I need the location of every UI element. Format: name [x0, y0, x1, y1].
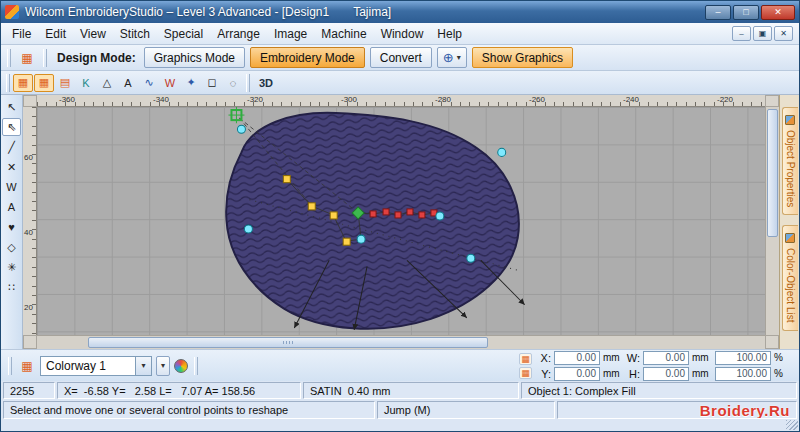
film-strip-icon[interactable]: ▤: [55, 74, 75, 92]
ruler-label: 60: [24, 153, 33, 162]
menu-special[interactable]: Special: [157, 25, 210, 43]
select-tool[interactable]: ↖: [2, 98, 21, 116]
stitch-edit-tool[interactable]: ╱: [2, 138, 21, 156]
letter-k-icon[interactable]: K: [76, 74, 96, 92]
toolbar-grip[interactable]: [7, 49, 11, 67]
stitches-icon[interactable]: ▦: [13, 74, 33, 92]
horizontal-scrollbar-thumb[interactable]: [88, 337, 488, 348]
toolbar-grip[interactable]: [246, 74, 250, 92]
ruler-corner: [23, 95, 37, 107]
lettering-tool[interactable]: W: [2, 178, 21, 196]
toolbar-grip[interactable]: [43, 49, 47, 67]
menu-file[interactable]: File: [5, 25, 38, 43]
toolbar-grip[interactable]: [8, 357, 12, 375]
stitch-info: SATIN 0.40 mm: [303, 382, 519, 399]
width-input[interactable]: 0.00: [643, 351, 689, 365]
design-canvas[interactable]: [37, 107, 765, 335]
menu-arrange[interactable]: Arrange: [210, 25, 267, 43]
stitch-grid-icon[interactable]: ▦: [18, 50, 36, 66]
ruler-label: -240: [623, 95, 639, 104]
scale-x-unit: %: [774, 352, 794, 363]
child-minimize-button[interactable]: –: [732, 26, 751, 41]
reshape-tool[interactable]: ⇖: [2, 118, 21, 136]
scrollbar-corner: [23, 335, 37, 349]
colorway-options-dropdown[interactable]: ▾: [156, 356, 170, 376]
colorway-value: Colorway 1: [46, 359, 106, 373]
embroidery-object[interactable]: [226, 113, 519, 329]
y-label: Y:: [537, 368, 551, 380]
h-unit: mm: [692, 368, 712, 379]
toolbar-grip[interactable]: [194, 357, 198, 375]
tab-color-object-list[interactable]: Color-Object List: [782, 225, 798, 330]
square-outline-icon[interactable]: ◻: [202, 74, 222, 92]
spark-icon[interactable]: ✦: [181, 74, 201, 92]
colorway-select[interactable]: Colorway 1 ▾: [40, 356, 152, 376]
title-bar[interactable]: Wilcom EmbroideryStudio – Level 3 Advanc…: [1, 1, 799, 23]
size-icon[interactable]: ▦: [519, 367, 532, 379]
y-input[interactable]: 0.00: [554, 367, 600, 381]
scrollbar-corner: [765, 335, 779, 349]
menu-edit[interactable]: Edit: [38, 25, 73, 43]
vertical-scrollbar[interactable]: [765, 107, 779, 335]
ruler-label: -260: [529, 95, 545, 104]
toolbar-grip[interactable]: [6, 74, 10, 92]
y-unit: mm: [603, 368, 623, 379]
child-close-button[interactable]: ✕: [774, 26, 793, 41]
horizontal-scrollbar[interactable]: [37, 335, 765, 349]
star-tool[interactable]: ✳: [2, 258, 21, 276]
ruler-label: 20: [24, 303, 33, 312]
maximize-button[interactable]: □: [733, 5, 759, 20]
menu-window[interactable]: Window: [374, 25, 431, 43]
chevron-down-icon[interactable]: ▾: [135, 357, 151, 375]
watermark: Broidery.Ru: [700, 402, 790, 419]
position-icon[interactable]: ▦: [519, 353, 532, 365]
vertical-scrollbar-thumb[interactable]: [767, 109, 778, 237]
letter-a-icon[interactable]: A: [118, 74, 138, 92]
embroidery-mode-button[interactable]: Embroidery Mode: [250, 47, 365, 68]
menu-machine[interactable]: Machine: [314, 25, 373, 43]
wave-icon[interactable]: ∿: [139, 74, 159, 92]
convert-button[interactable]: Convert: [370, 47, 432, 68]
app-icon: [5, 5, 19, 19]
close-button[interactable]: ✕: [761, 5, 795, 20]
circle-outline-icon[interactable]: ◌: [223, 74, 243, 92]
diamond-tool[interactable]: ◇: [2, 238, 21, 256]
patterns-icon[interactable]: ▦: [34, 74, 54, 92]
scale-x-input[interactable]: 100.00: [715, 351, 771, 365]
grid-points-tool[interactable]: ∷: [2, 278, 21, 296]
letter-w-icon[interactable]: W: [160, 74, 180, 92]
minimize-button[interactable]: –: [705, 5, 731, 20]
shape-tool[interactable]: ♥: [2, 218, 21, 236]
menu-stitch[interactable]: Stitch: [113, 25, 157, 43]
h-label: H:: [626, 368, 640, 380]
x-input[interactable]: 0.00: [554, 351, 600, 365]
knife-tool[interactable]: ✕: [2, 158, 21, 176]
graphics-mode-button[interactable]: Graphics Mode: [144, 47, 245, 68]
child-restore-button[interactable]: ▣: [753, 26, 772, 41]
color-wheel-icon[interactable]: [174, 359, 188, 373]
menu-image[interactable]: Image: [267, 25, 314, 43]
hoop-globe-button[interactable]: ⊕ ▾: [437, 47, 467, 68]
3d-view-button[interactable]: 3D: [253, 74, 279, 92]
menu-help[interactable]: Help: [430, 25, 469, 43]
watermark-segment: Broidery.Ru: [557, 401, 797, 419]
window-bottom-edge: [1, 420, 799, 431]
show-graphics-button[interactable]: Show Graphics: [472, 47, 573, 68]
pointer-info: X= -6.58 Y= 2.58 L= 7.07 A= 158.56: [57, 382, 301, 399]
tab-object-properties[interactable]: Object Properties: [782, 107, 798, 215]
height-input[interactable]: 0.00: [643, 367, 689, 381]
monogram-tool[interactable]: A: [2, 198, 21, 216]
menu-view[interactable]: View: [73, 25, 113, 43]
ruler-label: -220: [717, 95, 733, 104]
application-window: Wilcom EmbroideryStudio – Level 3 Advanc…: [0, 0, 800, 432]
tab-label: Object Properties: [785, 130, 796, 207]
triangle-icon[interactable]: △: [97, 74, 117, 92]
resize-grip[interactable]: [786, 420, 798, 430]
tool-palette: ↖ ⇖ ╱ ✕ W A ♥ ◇ ✳ ∷: [1, 95, 23, 349]
x-unit: mm: [603, 352, 623, 363]
mode-indicator: Jump (M): [377, 401, 555, 419]
scale-y-input[interactable]: 100.00: [715, 367, 771, 381]
scrollbar-grip[interactable]: [283, 341, 293, 344]
color-object-list-icon: [785, 233, 795, 243]
palette-grid-icon[interactable]: ▦: [18, 358, 36, 374]
